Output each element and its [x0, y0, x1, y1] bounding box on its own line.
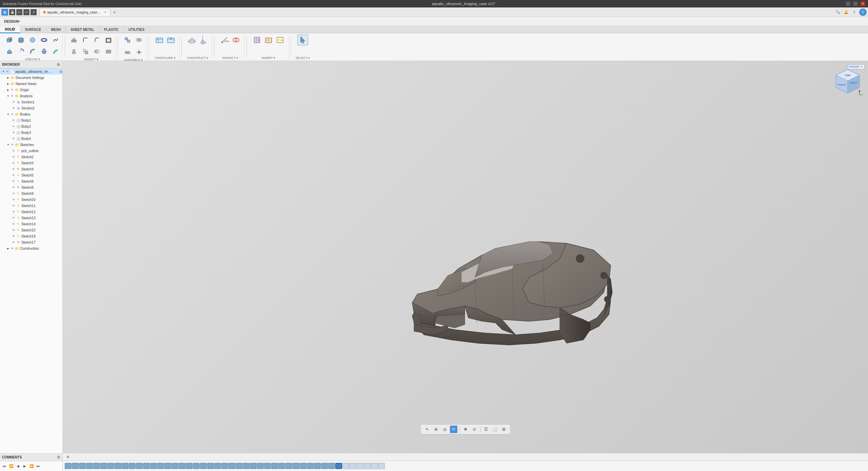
section1-eye[interactable]: 👁 [12, 100, 16, 104]
sketch16-eye[interactable]: 👁 [12, 234, 16, 238]
tree-item-body2[interactable]: 👁 ⬜ Body2 [0, 123, 62, 129]
timeline-thumb[interactable] [129, 463, 136, 469]
tab-mesh[interactable]: MESH [46, 26, 66, 33]
timeline-thumb[interactable] [342, 463, 349, 469]
sketch3-eye[interactable]: 👁 [12, 161, 16, 165]
play-back-button[interactable]: ◀ [15, 463, 21, 469]
offset-face-button[interactable] [103, 46, 114, 57]
redo-button[interactable]: ↪ [23, 9, 29, 15]
timeline-thumb[interactable] [164, 463, 171, 469]
timeline-thumb[interactable] [179, 463, 185, 469]
sketch9-eye[interactable]: 👁 [12, 192, 16, 195]
timeline-thumb[interactable] [72, 463, 79, 469]
timeline-thumb[interactable] [107, 463, 114, 469]
construct-axis-btn[interactable] [198, 35, 209, 45]
timeline-thumb[interactable] [293, 463, 299, 469]
timeline-thumb[interactable] [364, 463, 371, 469]
tree-item-sketch16[interactable]: 👁 ✎ Sketch16 [0, 233, 62, 239]
create-revolve-button[interactable] [16, 46, 26, 57]
user-button[interactable]: U [859, 8, 867, 16]
sketch4-eye[interactable]: 👁 [12, 167, 16, 171]
minimize-button[interactable]: ─ [846, 1, 850, 6]
timeline-thumb[interactable] [236, 463, 242, 469]
tree-item-sketch5[interactable]: 👁 ✎ Sketch5 [0, 172, 62, 178]
fillet-button[interactable] [80, 35, 91, 45]
zoom-window-button[interactable]: ⊕ [432, 426, 440, 433]
tree-item-sketch4[interactable]: 👁 ✎ Sketch4 [0, 166, 62, 172]
skip-end-button[interactable]: ⏭ [35, 463, 41, 469]
sketch17-eye[interactable]: 👁 [12, 241, 16, 244]
body2-eye[interactable]: 👁 [12, 125, 16, 128]
joint-button[interactable] [134, 35, 144, 45]
sketch8-eye[interactable]: 👁 [12, 186, 16, 189]
sketch14-eye[interactable]: 👁 [12, 222, 16, 226]
timeline-thumb[interactable] [86, 463, 93, 469]
pan-button[interactable]: ✥ [462, 426, 469, 433]
tab-sheet-metal[interactable]: SHEET METAL [66, 26, 99, 33]
tree-item-sketch17[interactable]: 👁 ✎ Sketch17 [0, 239, 62, 245]
step-back-button[interactable]: ⏪ [8, 463, 14, 469]
timeline-thumb[interactable] [115, 463, 121, 469]
timeline-thumb[interactable] [229, 463, 235, 469]
tree-item-doc-settings[interactable]: ▶ 📁 Document Settings [0, 75, 62, 81]
browser-settings-button[interactable]: ⚙ [57, 62, 60, 67]
timeline-thumb[interactable] [243, 463, 250, 469]
timeline-thumb[interactable] [278, 463, 285, 469]
origin-eye[interactable]: 👁 [10, 88, 14, 91]
close-button[interactable]: ✕ [861, 1, 865, 6]
display-settings-button[interactable]: ☰ [482, 426, 490, 433]
combine-button[interactable] [92, 46, 102, 57]
timeline-thumb[interactable] [378, 463, 385, 469]
grid-toggle-button[interactable]: ⊞ [500, 426, 508, 433]
timeline-thumb[interactable] [65, 463, 72, 469]
tree-item-sketches[interactable]: ▼ 👁 📁 Sketches [0, 142, 62, 148]
create-sweep-button[interactable] [27, 46, 38, 57]
tree-item-origin[interactable]: ▶ 👁 📁 Origin [0, 87, 62, 93]
undo-button[interactable]: ↩ [16, 9, 22, 15]
select-button[interactable] [297, 35, 308, 45]
sketch2-eye[interactable]: 👁 [12, 155, 16, 159]
timeline-thumb[interactable] [100, 463, 107, 469]
tree-item-pcb-outline[interactable]: 👁 ✎ pcb_outline [0, 148, 62, 154]
configure-btn1[interactable] [154, 35, 165, 45]
body3-eye[interactable]: 👁 [12, 131, 16, 134]
sketch5-eye[interactable]: 👁 [12, 173, 16, 177]
timeline-thumb[interactable] [350, 463, 356, 469]
measure-button[interactable]: mm [219, 35, 230, 45]
tree-item-construction[interactable]: ▶ 👁 📁 Construction [0, 245, 62, 251]
tab-solid[interactable]: SOLID [0, 26, 20, 33]
save-button[interactable]: 💾 [9, 9, 15, 15]
insert-decal-button[interactable] [263, 35, 274, 45]
create-extrude-button[interactable] [4, 46, 15, 57]
step-forward-button[interactable]: ⏩ [28, 463, 35, 469]
tree-item-sketch13[interactable]: 👁 ✎ Sketch13 [0, 215, 62, 221]
root-eye[interactable]: 👁 [5, 70, 9, 73]
root-options-button[interactable]: ⚙ [59, 70, 62, 74]
tab-close-icon[interactable]: ✕ [104, 11, 107, 14]
timeline-thumb[interactable] [143, 463, 150, 469]
quick-access-more[interactable]: ▾ [31, 9, 37, 15]
tree-item-sketch8[interactable]: 👁 ✎ Sketch8 [0, 184, 62, 190]
sketch12-eye[interactable]: 👁 [12, 210, 16, 213]
timeline-thumb[interactable] [300, 463, 307, 469]
timeline-thumb[interactable] [264, 463, 271, 469]
construct-plane-btn[interactable] [186, 35, 197, 45]
sketch6-eye[interactable]: 👁 [12, 180, 16, 183]
sketches-eye[interactable]: 👁 [10, 143, 14, 146]
view-cube[interactable]: TOP FRONT RIGHT FRONT ↖ [832, 66, 863, 97]
view-options-button[interactable]: ⬜ [491, 426, 499, 433]
timeline-thumb[interactable] [193, 463, 200, 469]
document-tab[interactable]: aquatic_ultrasonic_imaging_case v11* ✕ [39, 8, 111, 16]
timeline-bar[interactable] [63, 461, 868, 471]
joint-origin-button[interactable] [134, 47, 144, 58]
bodies-eye[interactable]: 👁 [10, 112, 14, 116]
insert-canvas-button[interactable] [275, 35, 285, 45]
tree-item-root[interactable]: ▼ 👁 📄 aquatic_ultrasonic_imagi... ⚙ [0, 68, 62, 75]
tab-plastic[interactable]: PLASTIC [99, 26, 124, 33]
comments-settings-button[interactable]: ⚙ [57, 455, 60, 459]
timeline-thumb[interactable] [307, 463, 314, 469]
timeline-thumb[interactable] [271, 463, 278, 469]
new-component-button[interactable] [122, 35, 133, 45]
timeline-thumb[interactable] [328, 463, 335, 469]
create-pipe-button[interactable] [50, 46, 61, 57]
